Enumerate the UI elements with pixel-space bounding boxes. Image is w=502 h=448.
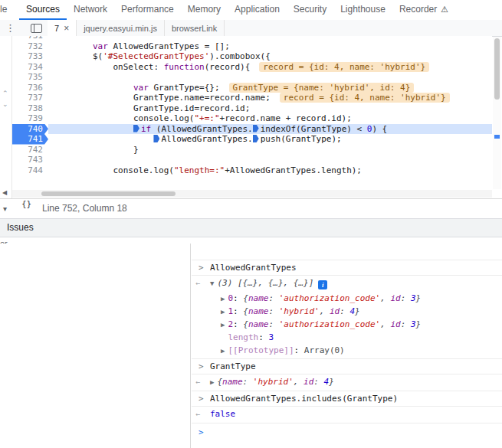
console-command[interactable]: >GrantType: [192, 358, 502, 374]
close-icon[interactable]: ×: [64, 24, 69, 33]
console-property-row[interactable]: ▶[[Prototype]]: Array(0): [192, 344, 502, 357]
main-tab-lighthouse[interactable]: Lighthouse: [333, 0, 392, 20]
main-tab-memory[interactable]: Memory: [181, 0, 228, 20]
file-tab-browserlink[interactable]: browserLink: [165, 20, 225, 36]
code-line-734: 734 onSelect: function(record){record = …: [12, 62, 492, 73]
main-tab-le[interactable]: le: [0, 0, 13, 20]
code-text[interactable]: [48, 72, 492, 83]
inline-breakpoint-icon[interactable]: [153, 135, 159, 142]
code-text[interactable]: $('#SelectedGrantTypes').combobox({: [48, 51, 492, 62]
line-number-735[interactable]: 735: [12, 72, 48, 83]
file-tab-label: browserLink: [172, 21, 217, 36]
kebab-menu-icon[interactable]: ⋮: [5, 20, 15, 36]
issues-bar[interactable]: Issues: [0, 218, 502, 237]
line-number-741[interactable]: 741: [12, 134, 48, 145]
line-number-736[interactable]: 736: [12, 83, 48, 93]
main-tab-recorder[interactable]: Recorder⚠: [392, 0, 455, 20]
file-tab-jquery-easyui-min-js[interactable]: jquery.easyui.min.js: [77, 20, 165, 36]
info-icon[interactable]: i: [318, 280, 327, 289]
code-line-741: 741 AllowedGrantTypes.push(GrantType);: [12, 134, 492, 145]
console-command[interactable]: >AllowedGrantTypes: [192, 260, 502, 276]
expand-caret-icon[interactable]: ▶: [221, 321, 225, 329]
line-number-740[interactable]: 740: [12, 124, 48, 135]
console-command[interactable]: >AllowedGrantTypes.includes(GrantType): [192, 391, 502, 407]
line-number-744[interactable]: 744: [12, 165, 48, 176]
line-number-738[interactable]: 738: [12, 103, 48, 114]
main-tab-performance[interactable]: Performance: [114, 0, 181, 20]
value-preview: 3: [268, 332, 274, 342]
vertical-scrollbar-thumb[interactable]: [494, 38, 500, 100]
expand-caret-icon[interactable]: ▶: [210, 378, 214, 386]
inline-breakpoint-icon[interactable]: [253, 125, 259, 132]
console-result[interactable]: ←▶{name: 'hybrid', id: 4}: [192, 374, 502, 389]
code-text[interactable]: var GrantType={};GrantType = {name: 'hyb…: [48, 83, 492, 93]
inline-breakpoint-icon[interactable]: [253, 135, 259, 142]
console-property-row[interactable]: ▶length: 3: [192, 331, 502, 344]
console-token: }: [355, 306, 360, 316]
code-text[interactable]: var AllowedGrantTypes = [];: [48, 41, 492, 52]
console-token: 3: [411, 319, 416, 329]
console-command-text: AllowedGrantTypes.includes(GrantType): [210, 394, 398, 404]
console-token: }: [416, 293, 422, 303]
console-result[interactable]: ←false: [192, 407, 502, 421]
code-text[interactable]: GrantType.name=record.name;record = {id:…: [48, 93, 492, 103]
code-text[interactable]: [48, 155, 492, 165]
console-property-row[interactable]: ▶2: {name: 'authorization_code', id: 3}: [192, 318, 502, 331]
value-preview: (3) [{…}, {…}, {…}]: [217, 278, 313, 288]
expand-caret-icon[interactable]: ▼: [210, 280, 214, 287]
console-token: :: [243, 377, 253, 387]
inline-breakpoint-icon[interactable]: [133, 125, 139, 132]
code-text[interactable]: console.log("length=:"+AllowedGrantTypes…: [48, 165, 492, 176]
console-property-row[interactable]: ▶0: {name: 'authorization_code', id: 3}: [192, 292, 502, 305]
scroll-up-icon[interactable]: ⌃: [2, 90, 8, 97]
toggle-navigator-icon[interactable]: [31, 24, 42, 33]
code-token: (record){: [205, 62, 251, 72]
horizontal-scrollbar-thumb[interactable]: [41, 191, 176, 196]
code-text[interactable]: onSelect: function(record){record = {id:…: [48, 62, 492, 73]
console-token: :: [268, 293, 278, 303]
line-number-734[interactable]: 734: [12, 62, 48, 73]
scroll-left-icon[interactable]: ◀: [2, 189, 7, 196]
property-colon: :: [294, 345, 304, 355]
main-tab-network[interactable]: Network: [67, 0, 114, 20]
file-tab-7[interactable]: 7×: [48, 20, 77, 36]
cursor-position-label: Line 752, Column 18: [42, 199, 127, 218]
code-token: }: [52, 145, 139, 155]
collapse-chevron-icon[interactable]: ▾: [3, 199, 7, 218]
console-token: :: [401, 319, 411, 329]
console-token: id: [390, 293, 400, 303]
line-number-742[interactable]: 742: [12, 145, 48, 155]
file-tab-label: 7: [54, 21, 59, 36]
console-token: :: [313, 377, 323, 387]
expand-caret-icon[interactable]: ▶: [221, 295, 225, 302]
expand-caret-icon[interactable]: ▶: [221, 308, 225, 316]
line-number-743[interactable]: 743: [12, 155, 48, 165]
line-number-732[interactable]: 732: [12, 41, 48, 52]
horizontal-scrollbar[interactable]: [12, 190, 492, 198]
console-token: id: [330, 306, 340, 316]
devtools-window: leSourcesNetworkPerformanceMemoryApplica…: [0, 0, 502, 448]
line-number-737[interactable]: 737: [12, 93, 48, 103]
line-number-733[interactable]: 733: [12, 51, 48, 62]
console-result[interactable]: ←▼(3) [{…}, {…}, {…}]i: [192, 276, 502, 292]
pretty-print-icon[interactable]: {}: [21, 199, 31, 209]
console-property-row[interactable]: ▶1: {name: 'hybrid', id: 4}: [192, 305, 502, 318]
code-text[interactable]: GrantType.id=record.id;: [48, 103, 492, 114]
expand-caret-icon[interactable]: ▶: [221, 347, 225, 355]
console-pane[interactable]: >AllowedGrantTypes←▼(3) [{…}, {…}, {…}]i…: [192, 244, 502, 448]
code-text[interactable]: if (AllowedGrantTypes.indexOf(GrantType)…: [48, 124, 492, 135]
code-text[interactable]: }: [48, 145, 492, 155]
line-number-739[interactable]: 739: [12, 113, 48, 124]
console-prompt[interactable]: >: [192, 423, 502, 448]
scroll-down-icon[interactable]: ⌄: [2, 100, 8, 108]
code-text[interactable]: AllowedGrantTypes.push(GrantType);: [48, 134, 492, 145]
main-tab-security[interactable]: Security: [287, 0, 333, 20]
vertical-scrollbar[interactable]: [493, 37, 501, 189]
main-tab-sources[interactable]: Sources: [19, 0, 67, 20]
file-tabs: 7×jquery.easyui.min.jsbrowserLink: [48, 20, 225, 36]
main-tab-application[interactable]: Application: [228, 0, 287, 20]
code-editor[interactable]: 731732 var AllowedGrantTypes = [];733 $(…: [12, 36, 492, 189]
console-token: 'authorization_code': [279, 293, 380, 303]
code-text[interactable]: console.log("+=:"+record.name + record.i…: [48, 113, 492, 124]
console-token: (3) [{…}, {…}, {…}]: [217, 278, 313, 288]
